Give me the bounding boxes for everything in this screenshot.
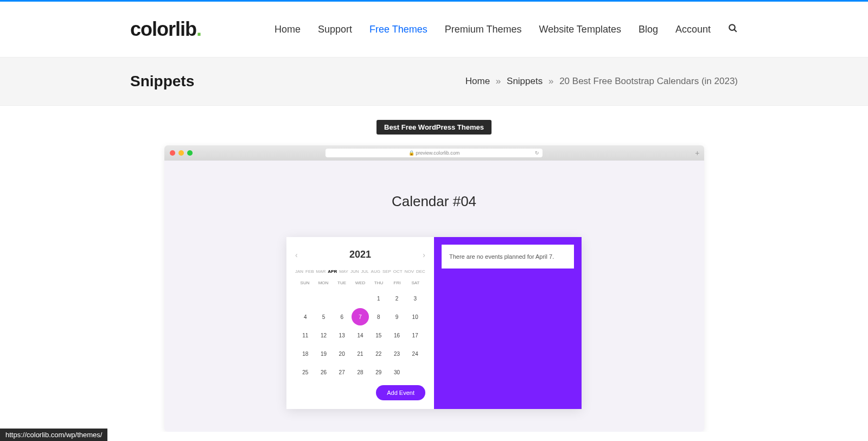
month-aug[interactable]: AUG <box>371 269 380 274</box>
day-15[interactable]: 15 <box>370 327 387 344</box>
day-empty <box>315 290 333 307</box>
day-5[interactable]: 5 <box>315 308 333 325</box>
breadcrumb-home[interactable]: Home <box>465 76 490 86</box>
day-2[interactable]: 2 <box>388 290 406 307</box>
day-empty <box>333 290 350 307</box>
day-empty <box>406 363 424 381</box>
month-mar[interactable]: MAR <box>316 269 326 274</box>
nav-home[interactable]: Home <box>275 24 301 35</box>
day-23[interactable]: 23 <box>388 345 406 362</box>
day-7[interactable]: 7 <box>352 308 369 325</box>
day-22[interactable]: 22 <box>370 345 387 362</box>
day-24[interactable]: 24 <box>406 345 424 362</box>
day-18[interactable]: 18 <box>297 345 314 362</box>
day-11[interactable]: 11 <box>297 327 314 344</box>
month-dec[interactable]: DEC <box>416 269 425 274</box>
day-30[interactable]: 30 <box>388 363 406 381</box>
day-21[interactable]: 21 <box>352 345 369 362</box>
preview-content: Calendar #04 ‹ 2021 › JANFEBMARAPRMAYJUN… <box>164 161 704 432</box>
weekday-label: WED <box>352 280 368 285</box>
weekday-label: SAT <box>407 280 424 285</box>
weekday-label: SUN <box>297 280 313 285</box>
day-3[interactable]: 3 <box>406 290 424 307</box>
day-16[interactable]: 16 <box>388 327 406 344</box>
month-jul[interactable]: JUL <box>361 269 368 274</box>
day-29[interactable]: 29 <box>370 363 387 381</box>
day-20[interactable]: 20 <box>333 345 350 362</box>
breadcrumb-snippets[interactable]: Snippets <box>507 76 542 86</box>
month-oct[interactable]: OCT <box>393 269 403 274</box>
month-jun[interactable]: JUN <box>350 269 359 274</box>
nav-free-themes[interactable]: Free Themes <box>369 24 427 35</box>
logo-dot: . <box>196 18 201 40</box>
logo-text: colorlib <box>130 18 196 40</box>
year-row: ‹ 2021 › <box>295 249 425 260</box>
year-label: 2021 <box>349 249 371 260</box>
day-13[interactable]: 13 <box>333 327 350 344</box>
day-1[interactable]: 1 <box>370 290 387 307</box>
day-6[interactable]: 6 <box>333 308 350 325</box>
address-url: 🔒 preview.colorlib.com <box>409 150 460 156</box>
maximize-window-icon <box>187 150 193 156</box>
status-bar: https://colorlib.com/wp/themes/ <box>0 429 107 432</box>
day-17[interactable]: 17 <box>406 327 424 344</box>
address-bar: 🔒 preview.colorlib.com ↻ <box>326 149 542 157</box>
browser-chrome: 🔒 preview.colorlib.com ↻ + <box>164 145 704 161</box>
main-navigation: Home Support Free Themes Premium Themes … <box>275 23 738 35</box>
breadcrumb-bar: Snippets Home » Snippets » 20 Best Free … <box>0 57 868 106</box>
day-4[interactable]: 4 <box>297 308 314 325</box>
add-event-button[interactable]: Add Event <box>376 385 425 400</box>
search-icon[interactable] <box>728 23 738 35</box>
nav-blog[interactable]: Blog <box>639 24 658 35</box>
browser-mockup: 🔒 preview.colorlib.com ↻ + Calendar #04 … <box>164 145 704 432</box>
nav-website-templates[interactable]: Website Templates <box>539 24 621 35</box>
nav-support[interactable]: Support <box>318 24 352 35</box>
nav-premium-themes[interactable]: Premium Themes <box>445 24 522 35</box>
month-apr[interactable]: APR <box>328 269 337 274</box>
day-28[interactable]: 28 <box>352 363 369 381</box>
weekday-label: MON <box>315 280 331 285</box>
traffic-lights <box>170 150 193 156</box>
weekday-label: THU <box>371 280 387 285</box>
nav-account[interactable]: Account <box>675 24 711 35</box>
calendar-title: Calendar #04 <box>164 193 704 210</box>
content-area: Best Free WordPress Themes 🔒 preview.col… <box>0 106 868 432</box>
page-title: Snippets <box>130 73 194 90</box>
breadcrumb-current: 20 Best Free Bootstrap Calendars (in 202… <box>559 76 738 86</box>
breadcrumb: Home » Snippets » 20 Best Free Bootstrap… <box>465 76 738 87</box>
day-8[interactable]: 8 <box>370 308 387 325</box>
weekday-label: FRI <box>389 280 405 285</box>
day-empty <box>297 290 314 307</box>
breadcrumb-separator: » <box>548 76 553 86</box>
promo-badge[interactable]: Best Free WordPress Themes <box>376 120 492 135</box>
weekdays-row: SUNMONTUEWEDTHUFRISAT <box>295 280 425 285</box>
day-14[interactable]: 14 <box>352 327 369 344</box>
weekday-label: TUE <box>334 280 350 285</box>
minimize-window-icon <box>178 150 184 156</box>
day-19[interactable]: 19 <box>315 345 333 362</box>
day-26[interactable]: 26 <box>315 363 333 381</box>
month-jan[interactable]: JAN <box>295 269 303 274</box>
close-window-icon <box>170 150 175 156</box>
prev-year-icon[interactable]: ‹ <box>295 251 298 259</box>
day-9[interactable]: 9 <box>388 308 406 325</box>
main-header: colorlib. Home Support Free Themes Premi… <box>0 2 868 57</box>
month-feb[interactable]: FEB <box>305 269 314 274</box>
svg-point-0 <box>729 24 735 30</box>
day-12[interactable]: 12 <box>315 327 333 344</box>
month-may[interactable]: MAY <box>339 269 348 274</box>
day-empty <box>352 290 369 307</box>
day-25[interactable]: 25 <box>297 363 314 381</box>
breadcrumb-separator: » <box>496 76 501 86</box>
month-sep[interactable]: SEP <box>382 269 391 274</box>
new-tab-icon: + <box>695 149 699 157</box>
svg-line-1 <box>734 29 737 32</box>
day-27[interactable]: 27 <box>333 363 350 381</box>
next-year-icon[interactable]: › <box>423 251 425 259</box>
month-nov[interactable]: NOV <box>405 269 414 274</box>
day-10[interactable]: 10 <box>406 308 424 325</box>
reload-icon: ↻ <box>535 150 539 156</box>
events-panel: There are no events planned for April 7. <box>434 237 582 409</box>
site-logo[interactable]: colorlib. <box>130 18 201 41</box>
calendar-panel: ‹ 2021 › JANFEBMARAPRMAYJUNJULAUGSEPOCTN… <box>286 237 434 409</box>
